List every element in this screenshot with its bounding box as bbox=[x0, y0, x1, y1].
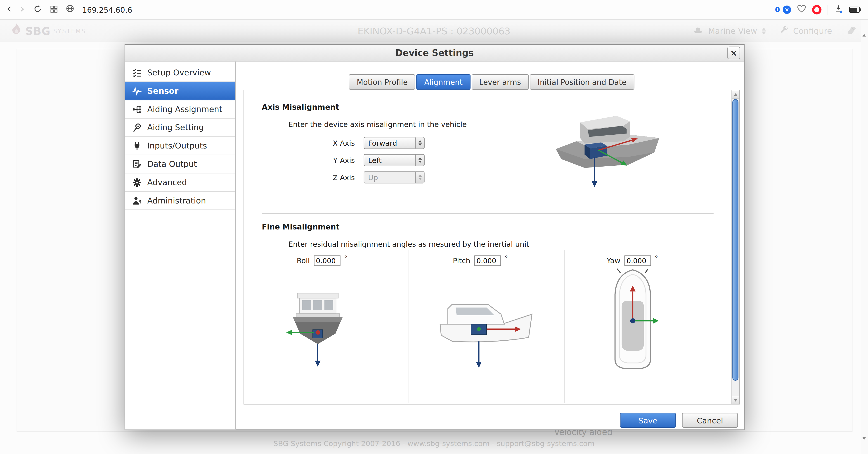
z-axis-value: Up bbox=[364, 173, 415, 181]
scrollbar-thumb[interactable] bbox=[732, 99, 739, 381]
x-axis-label: X Axis bbox=[306, 139, 355, 147]
sidebar-item-label: Administration bbox=[147, 196, 206, 205]
heart-icon[interactable] bbox=[797, 4, 806, 15]
sidebar-item-label: Data Output bbox=[147, 160, 197, 168]
toolbar-separator bbox=[828, 5, 828, 15]
device-settings-dialog: Device Settings × Setup Overview Sensor bbox=[125, 45, 745, 430]
pitch-unit: ° bbox=[505, 254, 508, 262]
alignment-panel: Axis Misalignment Enter the device axis … bbox=[244, 90, 740, 405]
sidebar-item-setup-overview[interactable]: Setup Overview bbox=[125, 64, 235, 82]
sidebar-item-label: Aiding Assignment bbox=[147, 105, 222, 114]
save-button[interactable]: Save bbox=[620, 413, 676, 428]
user-arrow-icon bbox=[131, 196, 142, 205]
panel-scrollbar[interactable] bbox=[731, 90, 739, 404]
sidebar-item-label: Advanced bbox=[147, 178, 187, 187]
column-divider bbox=[409, 250, 409, 403]
boat-3d-image bbox=[546, 106, 665, 194]
axis-rows: X Axis Forward Y Axis Left bbox=[306, 137, 425, 183]
y-axis-value: Left bbox=[364, 156, 415, 164]
close-button[interactable]: × bbox=[727, 47, 740, 59]
yaw-unit: ° bbox=[655, 254, 658, 262]
boat-front-view bbox=[282, 285, 353, 371]
sidebar-item-sensor[interactable]: Sensor bbox=[125, 82, 235, 100]
dialog-titlebar: Device Settings × bbox=[125, 45, 744, 61]
forward-button[interactable]: › bbox=[20, 3, 25, 15]
scroll-down-icon[interactable] bbox=[732, 396, 739, 404]
y-axis-stepper[interactable] bbox=[415, 154, 424, 166]
battery-icon[interactable] bbox=[849, 4, 862, 15]
yaw-label: Yaw bbox=[607, 257, 620, 265]
boat-side-view bbox=[437, 289, 536, 374]
waveform-icon bbox=[131, 86, 142, 96]
scroll-up-icon[interactable] bbox=[732, 90, 739, 99]
sidebar-item-label: Aiding Setting bbox=[147, 123, 204, 132]
boat-top-view bbox=[605, 266, 660, 377]
sidebar-item-inputs-outputs[interactable]: Inputs/Outputs bbox=[125, 137, 235, 155]
back-button[interactable]: ‹ bbox=[6, 3, 11, 15]
z-axis-row: Z Axis Up bbox=[306, 171, 425, 183]
sidebar-item-aiding-setting[interactable]: Aiding Setting bbox=[125, 119, 235, 137]
dialog-title: Device Settings bbox=[396, 48, 474, 58]
gear-icon bbox=[131, 178, 142, 187]
y-axis-row: Y Axis Left bbox=[306, 154, 425, 166]
y-axis-select[interactable]: Left bbox=[364, 154, 425, 166]
z-axis-select: Up bbox=[364, 171, 425, 183]
tab-initial-position-and-date[interactable]: Initial Position and Date bbox=[530, 74, 634, 90]
speed-dial-icon[interactable] bbox=[50, 4, 57, 15]
sidebar-item-label: Inputs/Outputs bbox=[147, 141, 207, 150]
y-axis-label: Y Axis bbox=[306, 156, 355, 164]
sidebar-item-data-output[interactable]: Data Output bbox=[125, 155, 235, 174]
page-scrollbar[interactable] bbox=[861, 20, 868, 454]
yaw-input[interactable] bbox=[624, 256, 651, 266]
roll-input[interactable] bbox=[314, 256, 340, 266]
roll-unit: ° bbox=[344, 254, 347, 262]
x-axis-select[interactable]: Forward bbox=[364, 137, 425, 149]
plug-icon bbox=[131, 141, 142, 150]
axis-misalignment-heading: Axis Misalignment bbox=[262, 103, 339, 111]
column-divider bbox=[564, 250, 565, 403]
sidebar-item-advanced[interactable]: Advanced bbox=[125, 173, 235, 192]
sidebar-item-label: Setup Overview bbox=[147, 68, 211, 77]
axis-misalignment-instruction: Enter the device axis misalignment in th… bbox=[288, 120, 467, 129]
pin-icon bbox=[131, 123, 142, 132]
checklist-icon bbox=[131, 68, 142, 77]
sidebar-item-administration[interactable]: Administration bbox=[125, 192, 235, 210]
browser-toolbar: ‹ › 169.254.60.6 0 × bbox=[0, 0, 868, 20]
blocker-badge-icon[interactable]: × bbox=[783, 5, 791, 14]
scroll-up-icon[interactable] bbox=[863, 23, 866, 34]
yaw-field: Yaw ° bbox=[607, 256, 658, 266]
roll-field: Roll ° bbox=[297, 256, 347, 266]
section-divider bbox=[262, 214, 714, 214]
x-axis-value: Forward bbox=[364, 139, 415, 147]
globe-icon bbox=[66, 4, 74, 15]
dialog-body: Setup Overview Sensor Aiding Assignment bbox=[125, 62, 744, 430]
x-axis-stepper[interactable] bbox=[415, 137, 424, 148]
x-axis-row: X Axis Forward bbox=[306, 137, 425, 149]
blocked-count: 0 bbox=[775, 5, 780, 14]
tab-motion-profile[interactable]: Motion Profile bbox=[349, 74, 415, 90]
opera-menu-icon[interactable] bbox=[812, 5, 822, 15]
z-axis-stepper bbox=[415, 172, 424, 183]
refresh-button[interactable] bbox=[33, 4, 42, 15]
cancel-button[interactable]: Cancel bbox=[682, 413, 738, 428]
tab-lever-arms[interactable]: Lever arms bbox=[471, 74, 529, 90]
address-bar[interactable]: 169.254.60.6 bbox=[82, 5, 132, 14]
roll-label: Roll bbox=[297, 257, 310, 265]
pitch-label: Pitch bbox=[453, 257, 470, 265]
tab-alignment[interactable]: Alignment bbox=[416, 74, 470, 90]
settings-tabs: Motion Profile Alignment Lever arms Init… bbox=[244, 74, 740, 90]
fine-misalignment-heading: Fine Misalignment bbox=[262, 222, 340, 231]
branch-icon bbox=[131, 105, 142, 114]
browser-right-controls: 0 × bbox=[775, 4, 862, 15]
document-edit-icon bbox=[131, 159, 142, 169]
pitch-input[interactable] bbox=[474, 256, 501, 266]
scroll-down-icon[interactable] bbox=[863, 440, 866, 451]
fine-misalignment-instruction: Enter residual misalignment angles as me… bbox=[288, 240, 529, 248]
dialog-actions: Save Cancel bbox=[244, 413, 740, 428]
sidebar-item-aiding-assignment[interactable]: Aiding Assignment bbox=[125, 100, 235, 119]
z-axis-label: Z Axis bbox=[306, 173, 355, 181]
download-icon[interactable] bbox=[834, 4, 843, 15]
screen: ‹ › 169.254.60.6 0 × bbox=[0, 0, 868, 454]
sidebar-item-label: Sensor bbox=[147, 86, 178, 95]
settings-main: Motion Profile Alignment Lever arms Init… bbox=[236, 62, 744, 430]
